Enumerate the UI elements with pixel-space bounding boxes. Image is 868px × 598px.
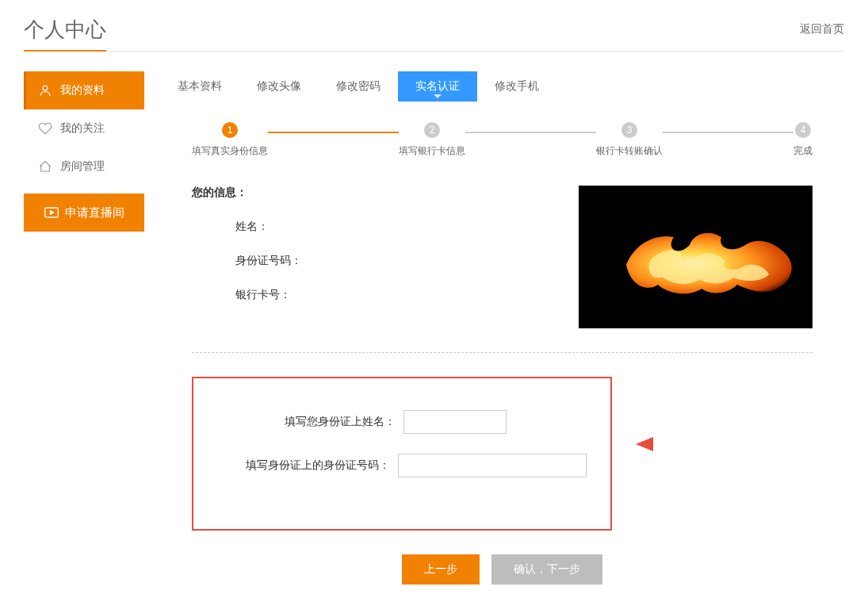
bank-label: 银行卡号： — [235, 288, 291, 302]
step-1: 1 填写真实身份信息 — [192, 122, 268, 158]
sidebar-item-label: 房间管理 — [60, 159, 105, 174]
tab-password[interactable]: 修改密码 — [319, 71, 398, 102]
camera-icon — [44, 205, 59, 220]
name-label: 姓名： — [235, 220, 269, 234]
heart-icon — [38, 121, 52, 136]
divider — [192, 352, 813, 353]
svg-point-0 — [43, 86, 48, 90]
next-button[interactable]: 确认，下一步 — [491, 554, 602, 585]
step-label: 完成 — [793, 144, 813, 158]
id-label: 身份证号码： — [235, 254, 302, 268]
page-title: 个人中心 — [24, 16, 106, 52]
step-label: 银行卡转账确认 — [596, 144, 663, 158]
id-input[interactable] — [398, 454, 587, 477]
step-line — [465, 132, 596, 133]
step-circle: 2 — [424, 122, 440, 138]
sidebar-item-room[interactable]: 房间管理 — [24, 148, 144, 186]
step-circle: 1 — [222, 122, 238, 138]
step-label: 填写银行卡信息 — [399, 144, 465, 158]
tab-basic[interactable]: 基本资料 — [160, 71, 239, 102]
tabs: 基本资料 修改头像 修改密码 实名认证 修改手机 — [160, 71, 844, 102]
form-box: 填写您身份证上姓名： 填写身份证上的身份证号码： — [192, 377, 612, 531]
home-link[interactable]: 返回首页 — [800, 22, 844, 36]
arrow-annotation — [634, 432, 816, 458]
step-line — [268, 132, 399, 133]
info-title: 您的信息： — [192, 186, 302, 200]
sidebar-item-label: 我的资料 — [60, 83, 105, 98]
preview-image — [579, 186, 813, 328]
sidebar-item-follow[interactable]: 我的关注 — [24, 109, 144, 148]
step-circle: 3 — [621, 122, 637, 138]
apply-live-label: 申请直播间 — [65, 205, 124, 220]
sidebar-item-profile[interactable]: 我的资料 — [24, 71, 144, 109]
tab-identity[interactable]: 实名认证 — [398, 71, 477, 102]
step-4: 4 完成 — [793, 122, 813, 158]
name-input[interactable] — [403, 410, 507, 434]
step-circle: 4 — [795, 122, 811, 138]
sidebar-item-label: 我的关注 — [60, 121, 105, 136]
svg-marker-4 — [636, 437, 653, 451]
form-id-label: 填写身份证上的身份证号码： — [217, 458, 390, 473]
step-line — [663, 132, 793, 133]
step-2: 2 填写银行卡信息 — [399, 122, 465, 158]
tab-avatar[interactable]: 修改头像 — [239, 71, 319, 102]
tab-phone[interactable]: 修改手机 — [477, 71, 556, 102]
step-3: 3 银行卡转账确认 — [596, 122, 663, 158]
prev-button[interactable]: 上一步 — [402, 554, 480, 585]
step-indicator: 1 填写真实身份信息 2 填写银行卡信息 3 银行卡转账确认 — [192, 122, 813, 158]
apply-live-button[interactable]: 申请直播间 — [24, 194, 144, 232]
svg-marker-2 — [50, 211, 53, 215]
home-icon — [38, 159, 52, 174]
form-name-label: 填写您身份证上姓名： — [217, 415, 396, 429]
user-icon — [38, 83, 52, 98]
sidebar: 我的资料 我的关注 房间管理 申请直播间 — [24, 71, 144, 598]
step-label: 填写真实身份信息 — [192, 144, 268, 158]
flame-icon — [618, 217, 801, 305]
